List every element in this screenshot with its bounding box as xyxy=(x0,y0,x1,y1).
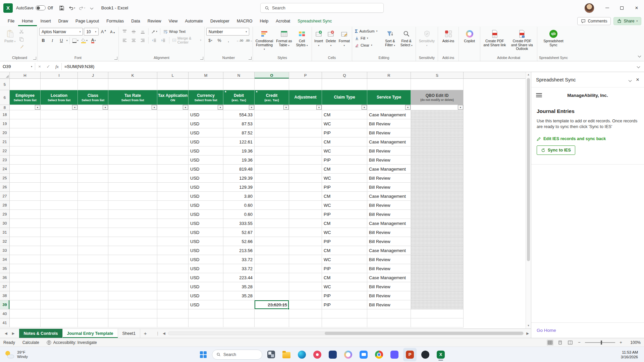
grid-cell[interactable] xyxy=(108,165,157,174)
row-header-18[interactable]: 18 xyxy=(0,110,10,119)
taskbar-search[interactable]: Search xyxy=(212,350,262,360)
number-format-select[interactable]: Number▾ xyxy=(206,28,249,36)
grid-cell[interactable] xyxy=(255,273,289,282)
grid-cell[interactable] xyxy=(255,246,289,255)
grid-cell[interactable] xyxy=(157,137,189,146)
grid-cell[interactable]: USD xyxy=(189,291,223,300)
grid-cell[interactable]: Case Management xyxy=(367,219,411,228)
grid-cell[interactable]: WC xyxy=(322,228,367,237)
column-header-H[interactable]: H xyxy=(10,72,41,79)
grid-cell[interactable]: PIP xyxy=(322,128,367,137)
grid-cell[interactable] xyxy=(289,228,322,237)
grid-cell[interactable] xyxy=(78,255,108,264)
grid-cell[interactable] xyxy=(322,79,367,90)
grid-cell[interactable] xyxy=(411,264,464,273)
grid-cell[interactable]: ▼ xyxy=(78,105,108,110)
grid-cell[interactable] xyxy=(157,210,189,219)
format-cells-button[interactable]: Format ▾ xyxy=(338,28,351,48)
align-center-button[interactable] xyxy=(129,37,138,44)
row-header-6[interactable]: 6 xyxy=(0,90,10,105)
taskbar-icon-navy-app[interactable] xyxy=(326,348,339,361)
grid-cell[interactable]: CM xyxy=(322,273,367,282)
grid-cell[interactable] xyxy=(108,282,157,291)
grid-cell[interactable]: PIP xyxy=(322,183,367,192)
grid-cell[interactable] xyxy=(41,110,78,119)
grid-cell[interactable] xyxy=(10,282,41,291)
row-header-41[interactable]: 41 xyxy=(0,318,10,327)
grid-cell[interactable] xyxy=(255,79,289,90)
taskbar-icon-excel[interactable]: X xyxy=(434,348,447,361)
grid-cell[interactable] xyxy=(411,192,464,201)
grid-cell[interactable]: USD xyxy=(189,255,223,264)
ribbon-tab-insert[interactable]: Insert xyxy=(37,16,55,26)
ribbon-tab-developer[interactable]: Developer xyxy=(207,16,233,26)
grid-cell[interactable] xyxy=(10,291,41,300)
grid-cell[interactable]: USD xyxy=(189,174,223,183)
table-header-adjustment[interactable]: Adjustment xyxy=(289,90,322,105)
grid-cell[interactable] xyxy=(255,318,289,327)
accounting-format-button[interactable]: $▾ xyxy=(206,37,214,44)
grid-cell[interactable]: ▼ xyxy=(322,105,367,110)
column-header-K[interactable]: K xyxy=(108,72,157,79)
row-header-22[interactable]: 22 xyxy=(0,146,10,156)
grid-cell[interactable] xyxy=(108,246,157,255)
row-header-39[interactable]: 39 xyxy=(0,300,10,309)
grid-cell[interactable]: 33.72 xyxy=(223,264,255,273)
borders-button[interactable]: ▾ xyxy=(71,37,79,44)
grid-cell[interactable] xyxy=(41,237,78,246)
minimize-button[interactable] xyxy=(600,0,614,16)
grid-cell[interactable] xyxy=(411,79,464,90)
grid-cell[interactable]: 333.55 xyxy=(223,219,255,228)
grid-cell[interactable] xyxy=(289,119,322,128)
grid-cell[interactable] xyxy=(157,264,189,273)
table-header-qbo-edit-id[interactable]: QBO Edit ID(do not modify or delete) xyxy=(411,90,464,105)
grid-cell[interactable] xyxy=(41,183,78,192)
grid-cell[interactable] xyxy=(411,300,464,309)
grid-cell[interactable] xyxy=(108,228,157,237)
column-header-L[interactable]: L xyxy=(157,72,189,79)
taskbar-icon-copilot[interactable] xyxy=(341,348,355,361)
sheet-tab-notes-controls[interactable]: Notes & Controls xyxy=(19,329,62,338)
grid-cell[interactable]: USD xyxy=(189,273,223,282)
grid-cell[interactable] xyxy=(255,210,289,219)
row-header-24[interactable]: 24 xyxy=(0,165,10,174)
decrease-font-size-button[interactable]: A▼ xyxy=(109,28,117,36)
panel-collapse-icon[interactable] xyxy=(629,77,631,83)
vertical-scroll-thumb[interactable] xyxy=(527,78,530,261)
taskbar-icon-zoom-app[interactable] xyxy=(357,348,370,361)
grid-cell[interactable]: ▼ xyxy=(108,105,157,110)
grid-cell[interactable]: CM xyxy=(322,165,367,174)
grid-cell[interactable]: 819.48 xyxy=(223,165,255,174)
grid-cell[interactable] xyxy=(78,309,108,318)
grid-cell[interactable] xyxy=(108,79,157,90)
grid-cell[interactable] xyxy=(10,174,41,183)
grid-cell[interactable] xyxy=(255,174,289,183)
filter-dropdown-button[interactable]: ▼ xyxy=(362,105,367,110)
grid-cell[interactable] xyxy=(157,183,189,192)
grid-cell[interactable] xyxy=(41,246,78,255)
grid-cell[interactable] xyxy=(411,146,464,156)
font-name-select[interactable]: Aptos Narrow▾ xyxy=(39,28,83,36)
grid-cell[interactable]: 129.39 xyxy=(223,174,255,183)
grid-cell[interactable] xyxy=(411,309,464,318)
status-calculate[interactable]: Calculate xyxy=(22,340,39,345)
grid-cell[interactable] xyxy=(157,228,189,237)
cancel-icon[interactable]: × xyxy=(35,64,44,69)
underline-button[interactable]: U xyxy=(57,37,65,44)
grid-cell[interactable]: Bill Review xyxy=(367,119,411,128)
taskbar-icon-media-red-app[interactable] xyxy=(311,348,324,361)
grid-cell[interactable]: 0.60 xyxy=(223,201,255,210)
table-header-tax-rate[interactable]: Tax RateSelect from list xyxy=(108,90,157,105)
column-header-R[interactable]: R xyxy=(367,72,411,79)
grid-cell[interactable] xyxy=(367,79,411,90)
row-header-33[interactable]: 33 xyxy=(0,246,10,255)
row-header-29[interactable]: 29 xyxy=(0,210,10,219)
grid-cell[interactable] xyxy=(108,210,157,219)
grid-cell[interactable]: WC xyxy=(322,255,367,264)
grid-cell[interactable] xyxy=(255,183,289,192)
grid-cell[interactable] xyxy=(78,192,108,201)
grid-cell[interactable] xyxy=(289,273,322,282)
scroll-down-icon[interactable]: ▼ xyxy=(527,324,530,327)
sync-to-ies-button[interactable]: Sync to IES xyxy=(537,145,575,155)
row-header-19[interactable]: 19 xyxy=(0,119,10,128)
